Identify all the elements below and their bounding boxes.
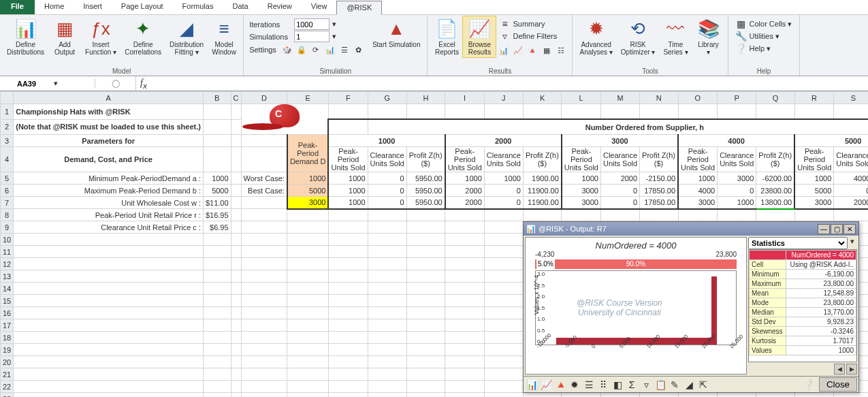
cell[interactable]: 4000 — [834, 172, 868, 185]
cell[interactable] — [368, 234, 406, 246]
cell[interactable] — [368, 368, 406, 381]
cell[interactable] — [241, 135, 287, 147]
cell[interactable] — [328, 283, 368, 295]
tb-filter-icon[interactable]: ▿ — [639, 378, 653, 392]
iterations-input[interactable] — [294, 18, 329, 30]
cell[interactable]: Clearance Unit Retail Price c : — [14, 221, 204, 234]
cell[interactable] — [241, 344, 287, 356]
cell[interactable]: -6200.00 — [756, 172, 794, 185]
stats-next[interactable]: ▶ — [846, 364, 857, 375]
cell[interactable] — [445, 295, 485, 307]
row-19[interactable]: 19 — [1, 344, 14, 356]
cell[interactable] — [241, 319, 287, 332]
cell[interactable] — [484, 381, 523, 393]
cell[interactable]: Worst Case: — [241, 172, 287, 185]
cell[interactable] — [328, 119, 368, 135]
col-E[interactable]: E — [287, 92, 329, 104]
cell[interactable] — [231, 332, 241, 344]
tab-review[interactable]: Review — [258, 0, 302, 14]
cell[interactable]: ClearanceUnits Sold — [600, 147, 639, 172]
cell[interactable] — [241, 307, 287, 319]
cell[interactable] — [287, 246, 329, 258]
cell[interactable]: Profit Z(h)($) — [756, 147, 794, 172]
cell[interactable]: 0 — [834, 185, 868, 197]
cell[interactable]: 3000 — [718, 172, 756, 185]
row-1[interactable]: 1 — [1, 104, 14, 120]
res-icon-5[interactable]: ☷ — [554, 44, 568, 57]
cell[interactable] — [328, 319, 368, 332]
col-R[interactable]: R — [794, 92, 834, 104]
cell[interactable]: (Note that @RISK must be loaded to use t… — [14, 119, 204, 135]
cell[interactable] — [241, 258, 287, 270]
cell[interactable] — [368, 104, 406, 120]
cell[interactable] — [14, 356, 204, 368]
cell[interactable] — [231, 319, 241, 332]
cell[interactable] — [203, 119, 231, 135]
cell[interactable] — [406, 332, 445, 344]
pct-band[interactable]: 5.0%90.0% — [535, 259, 737, 269]
cell[interactable] — [484, 283, 523, 295]
cell[interactable] — [231, 135, 241, 147]
cell[interactable] — [241, 104, 328, 135]
stats-prev[interactable]: ◀ — [834, 364, 845, 375]
row-2[interactable]: 2 — [1, 119, 14, 135]
cell[interactable] — [231, 221, 241, 234]
cell[interactable]: $16.95 — [203, 209, 231, 221]
stats-dropdown[interactable]: Statistics — [748, 237, 848, 249]
row-16[interactable]: 16 — [1, 307, 14, 319]
cell[interactable] — [231, 258, 241, 270]
cell[interactable]: 3000 — [562, 135, 678, 147]
risk-output-window[interactable]: 📊 @RISK - Output: R7 — ▢ ✕ NumOrdered = … — [523, 221, 859, 393]
row-4[interactable]: 4 — [1, 147, 14, 172]
cell[interactable] — [406, 209, 445, 221]
res-icon-1[interactable]: 📊 — [497, 44, 511, 57]
cell[interactable] — [203, 104, 231, 120]
cell[interactable] — [368, 283, 406, 295]
cell[interactable]: 1000 — [328, 185, 368, 197]
maximize-icon[interactable]: ▢ — [831, 224, 843, 234]
cell[interactable] — [640, 393, 678, 398]
cell[interactable] — [484, 270, 523, 283]
cell[interactable] — [445, 221, 485, 234]
cell[interactable] — [14, 319, 204, 332]
cell[interactable] — [484, 332, 523, 344]
cell[interactable]: 5000 — [287, 185, 329, 197]
cell[interactable] — [368, 356, 406, 368]
col-S[interactable]: S — [834, 92, 868, 104]
browse-results[interactable]: 📈BrowseResults — [463, 16, 496, 57]
col-P[interactable]: P — [718, 92, 756, 104]
cell[interactable]: Profit Z(h)($) — [406, 147, 445, 172]
cell[interactable] — [14, 368, 204, 381]
cell[interactable] — [794, 209, 834, 221]
cell[interactable] — [14, 234, 204, 246]
col-Q[interactable]: Q — [756, 92, 794, 104]
cell[interactable] — [287, 356, 329, 368]
cell[interactable] — [14, 332, 204, 344]
summary[interactable]: ≡Summary — [497, 18, 568, 30]
cell[interactable] — [231, 147, 241, 172]
cell[interactable] — [287, 221, 329, 234]
cell[interactable] — [368, 295, 406, 307]
cell[interactable]: 1000 — [718, 197, 756, 209]
row-3[interactable]: 3 — [1, 135, 14, 147]
cell[interactable] — [445, 381, 485, 393]
cell[interactable] — [406, 319, 445, 332]
cell[interactable]: 1000 — [445, 172, 485, 185]
cell[interactable] — [406, 246, 445, 258]
tb-help-icon[interactable]: ❔ — [802, 378, 816, 392]
time-series[interactable]: 〰TimeSeries ▾ — [659, 16, 692, 57]
tb-overlay-icon[interactable]: ◧ — [611, 378, 624, 392]
settings-label[interactable]: Settings — [249, 46, 276, 54]
cell[interactable] — [231, 270, 241, 283]
cell[interactable] — [203, 258, 231, 270]
cell[interactable] — [241, 234, 287, 246]
cell[interactable]: Maximum Peak-Period Demand b : — [14, 185, 204, 197]
row-22[interactable]: 22 — [1, 381, 14, 393]
define-correlations[interactable]: ✦DefineCorrelations — [120, 16, 165, 57]
col-H[interactable]: H — [406, 92, 445, 104]
cell[interactable] — [14, 283, 204, 295]
close-icon[interactable]: ✕ — [843, 224, 856, 234]
cell[interactable] — [14, 344, 204, 356]
tab-file[interactable]: File — [0, 0, 35, 14]
cell[interactable] — [368, 221, 406, 234]
